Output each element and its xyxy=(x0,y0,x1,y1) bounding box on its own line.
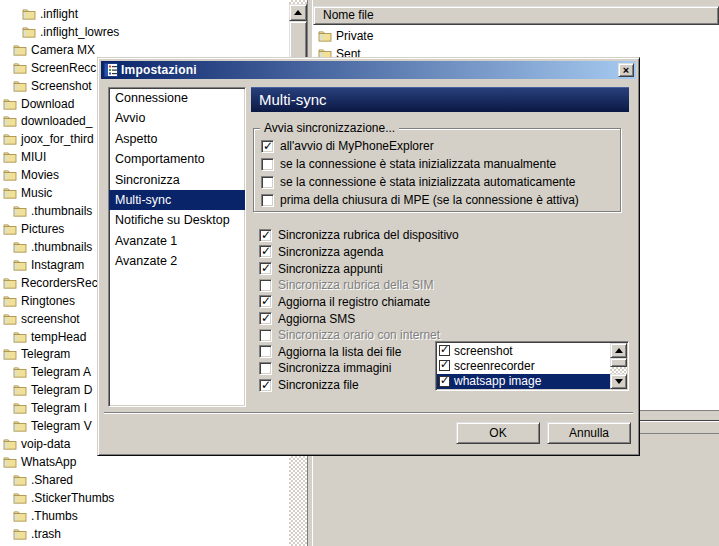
folder-label: .trash xyxy=(31,527,61,541)
settings-category-item[interactable]: Aspetto xyxy=(109,129,245,149)
checkbox[interactable]: ✓ xyxy=(259,245,272,258)
dialog-title: Impostazioni xyxy=(121,63,618,77)
folder-label: .Shared xyxy=(31,473,73,487)
folder-icon xyxy=(13,492,27,504)
checkbox[interactable]: ✓ xyxy=(259,345,272,358)
checkbox-row[interactable]: ✓ Sincronizza rubrica della SIM xyxy=(259,277,519,294)
settings-category-list: ConnessioneAvvioAspettoComportamentoSinc… xyxy=(108,87,246,407)
folder-label: MIUI xyxy=(21,150,46,164)
folder-label: Telegram xyxy=(21,347,70,361)
tree-folder-item[interactable]: .StickerThumbs xyxy=(0,489,289,507)
checkbox[interactable]: ✓ xyxy=(439,376,450,387)
checkbox[interactable]: ✓ xyxy=(259,279,272,292)
scroll-up-button[interactable] xyxy=(289,4,307,21)
folder-label: RecordersRec xyxy=(21,276,98,290)
checkbox-row[interactable]: ✓ Sincronizza appunti xyxy=(259,260,519,277)
folder-icon xyxy=(13,331,27,343)
file-list-item[interactable]: Private xyxy=(313,27,719,45)
checkbox[interactable]: ✓ xyxy=(261,176,274,189)
check-icon: ✓ xyxy=(440,358,449,371)
folder-label: downloaded_ xyxy=(21,114,92,128)
cancel-button[interactable]: Annulla xyxy=(547,422,631,444)
folder-label: Music xyxy=(21,186,52,200)
checkbox[interactable]: ✓ xyxy=(259,229,272,242)
folder-icon xyxy=(22,26,36,38)
listbox-item[interactable]: ✓ whatsapp image xyxy=(437,374,610,389)
checkbox-row[interactable]: ✓ se la connessione è stata inizializzat… xyxy=(261,155,616,173)
ok-button[interactable]: OK xyxy=(456,422,540,444)
folder-label: .StickerThumbs xyxy=(31,491,114,505)
checkbox[interactable]: ✓ xyxy=(259,312,272,325)
sync-file-items: ✓ screenshot ✓ screenrecorder ✓ whatsapp… xyxy=(437,343,610,389)
folder-icon xyxy=(3,133,17,145)
checkbox[interactable]: ✓ xyxy=(259,362,272,375)
settings-category-item[interactable]: Multi-sync xyxy=(109,190,245,210)
checkbox-row[interactable]: ✓ prima della chiusura di MPE (se la con… xyxy=(261,191,616,209)
listbox-item-label: screenshot xyxy=(454,344,513,358)
checkbox-row[interactable]: ✓ se la connessione è stata inizializzat… xyxy=(261,173,616,191)
folder-icon xyxy=(13,205,27,217)
checkbox-row[interactable]: ✓ Aggiorna SMS xyxy=(259,310,519,327)
checkbox-label: Sincronizza agenda xyxy=(278,245,383,259)
folder-icon xyxy=(13,241,27,253)
listbox-item[interactable]: ✓ screenrecorder xyxy=(437,358,610,373)
avvia-sincronizzazione-group: Avvia sincronizzazione... ✓ all'avvio di… xyxy=(253,128,621,212)
scroll-up-button[interactable] xyxy=(610,343,627,358)
listbox-scrollbar[interactable] xyxy=(610,343,627,389)
checkbox[interactable]: ✓ xyxy=(261,140,274,153)
checkbox[interactable]: ✓ xyxy=(261,158,274,171)
checkbox-row[interactable]: ✓ all'avvio di MyPhoneExplorer xyxy=(261,137,616,155)
folder-label: voip-data xyxy=(21,437,70,451)
settings-category-item[interactable]: Avanzate 1 xyxy=(109,231,245,251)
tree-folder-item[interactable]: .inflight_lowres xyxy=(0,23,289,41)
checkbox-row[interactable]: ✓ Sincronizza rubrica del dispositivo xyxy=(259,227,519,244)
settings-category-item[interactable]: Sincronizza xyxy=(109,170,245,190)
tree-folder-item[interactable]: .trash xyxy=(0,525,289,543)
checkbox[interactable]: ✓ xyxy=(261,194,274,207)
listbox-item[interactable]: ✓ screenshot xyxy=(437,343,610,358)
checkbox[interactable]: ✓ xyxy=(439,345,450,356)
column-header-nome-file[interactable]: Nome file xyxy=(313,6,719,25)
screen: .inflight .inflight_lowres Camera MX Scr… xyxy=(0,0,719,546)
check-icon: ✓ xyxy=(261,378,271,392)
scrollbar-thumb[interactable] xyxy=(610,358,627,367)
settings-category-item[interactable]: Connessione xyxy=(109,88,245,108)
tree-folder-item[interactable]: .Shared xyxy=(0,471,289,489)
dialog-titlebar[interactable]: Impostazioni × xyxy=(101,61,636,79)
arrow-up-icon xyxy=(615,348,623,353)
checkbox-label: Sincronizza orario con internet xyxy=(278,328,440,342)
checkbox-row[interactable]: ✓ Aggiorna il registro chiamate xyxy=(259,294,519,311)
checkbox-row[interactable]: ✓ Sincronizza agenda xyxy=(259,244,519,261)
arrow-down-icon xyxy=(615,379,623,384)
folder-icon xyxy=(3,348,17,360)
folder-icon xyxy=(3,456,17,468)
folder-icon xyxy=(13,80,27,92)
tree-folder-item[interactable]: .Thumbs xyxy=(0,507,289,525)
scroll-down-button[interactable] xyxy=(610,374,627,389)
folder-label: .inflight xyxy=(40,7,78,21)
checkbox[interactable]: ✓ xyxy=(439,360,450,371)
tree-folder-item[interactable]: .inflight xyxy=(0,5,289,23)
impostazioni-dialog: Impostazioni × ConnessioneAvvioAspettoCo… xyxy=(97,57,640,456)
listbox-item-label: whatsapp image xyxy=(454,374,541,388)
page-header: Multi-sync xyxy=(251,87,629,112)
checkbox[interactable]: ✓ xyxy=(259,295,272,308)
settings-category-item[interactable]: Comportamento xyxy=(109,149,245,169)
check-icon: ✓ xyxy=(261,311,271,325)
folder-label: tempHead xyxy=(31,330,86,344)
settings-category-item[interactable]: Avanzate 2 xyxy=(109,251,245,271)
checkbox[interactable]: ✓ xyxy=(259,329,272,342)
settings-category-item[interactable]: Notifiche su Desktop xyxy=(109,210,245,230)
checkbox[interactable]: ✓ xyxy=(259,262,272,275)
settings-category-item[interactable]: Avvio xyxy=(109,108,245,128)
folder-label: Camera MX xyxy=(31,43,95,57)
folder-icon xyxy=(3,151,17,163)
checkbox-label: Aggiorna il registro chiamate xyxy=(278,295,430,309)
checkbox-label: Sincronizza rubrica della SIM xyxy=(278,278,433,292)
checkbox[interactable]: ✓ xyxy=(259,379,272,392)
folder-label: Telegram V xyxy=(31,419,92,433)
check-icon: ✓ xyxy=(261,244,271,258)
checkbox-label: Sincronizza file xyxy=(278,378,359,392)
folder-icon xyxy=(13,366,27,378)
close-button[interactable]: × xyxy=(618,63,634,77)
